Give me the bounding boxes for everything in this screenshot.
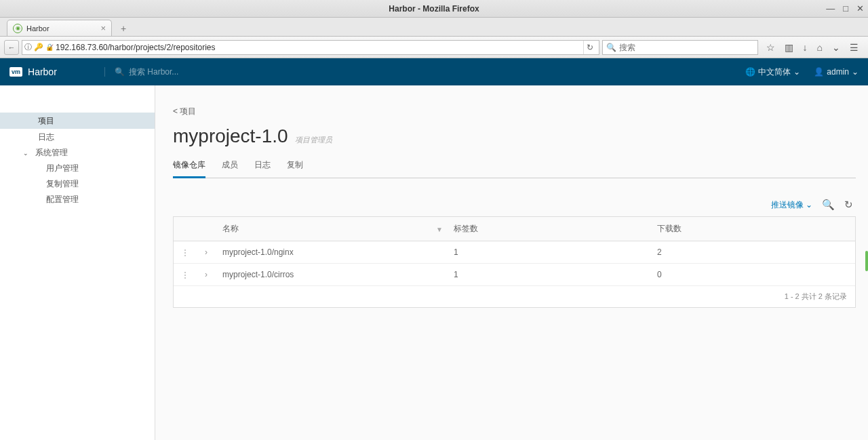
chevron-down-icon: ⌄ [23,150,28,157]
downloads-icon[interactable]: ↓ [803,42,808,53]
browser-search-input[interactable] [619,43,754,52]
permission-icon[interactable]: 🔑 [34,43,43,52]
project-role: 项目管理员 [295,135,332,145]
pocket-icon[interactable]: ⌄ [832,42,840,53]
expand-icon[interactable]: › [195,264,217,285]
sidebar-item-users[interactable]: 用户管理 [0,161,155,176]
sidebar-item-config[interactable]: 配置管理 [0,192,155,207]
table-toolbar: 推送镜像 ⌄ 🔍 ↻ [173,199,856,211]
push-image-button[interactable]: 推送镜像 ⌄ [771,199,812,211]
tab-repositories[interactable]: 镜像仓库 [173,159,205,178]
sidebar-group-admin[interactable]: ⌄ 系统管理 [0,145,155,161]
main-content: < 项目 myproject-1.0 项目管理员 镜像仓库 成员 日志 复制 推… [155,85,868,440]
project-tabs: 镜像仓库 成员 日志 复制 [173,159,856,178]
scrollbar-indicator[interactable] [865,251,868,271]
repo-pulls: 2 [652,241,855,263]
user-icon: 👤 [814,67,824,77]
app-name: Harbor [28,66,57,77]
table-row[interactable]: ⋯ › myproject-1.0/cirros 1 0 [174,264,855,286]
app-header: vm Harbor 🔍 🌐 中文简体 ⌄ 👤 admin ⌄ [0,58,868,85]
sidebar-item-replication[interactable]: 复制管理 [0,176,155,192]
filter-icon[interactable]: ▼ [436,225,443,233]
table-pagination: 1 - 2 共计 2 条记录 [174,286,855,307]
tab-close-icon[interactable]: × [100,23,106,33]
globe-icon: 🌐 [745,67,755,77]
tab-members[interactable]: 成员 [222,159,238,178]
app-logo[interactable]: vm Harbor [9,66,104,77]
home-icon[interactable]: ⌂ [817,42,823,53]
app-search[interactable]: 🔍 [104,67,264,77]
tab-replication[interactable]: 复制 [287,159,303,178]
table-row[interactable]: ⋯ › myproject-1.0/nginx 1 2 [174,241,855,264]
sidebar-item-projects[interactable]: 项目 [0,113,155,129]
window-title: Harbor - Mozilla Firefox [389,4,479,14]
vmware-badge-icon: vm [9,67,22,77]
col-actions [174,217,195,241]
kebab-icon[interactable]: ⋯ [180,249,189,256]
table-header: 名称 ▼ 标签数 下载数 [174,217,855,241]
window-titlebar: Harbor - Mozilla Firefox — □ ✕ [0,0,868,18]
chevron-down-icon: ⌄ [806,200,812,209]
project-title: myproject-1.0 [173,125,288,147]
repositories-table: 名称 ▼ 标签数 下载数 ⋯ › myproject-1.0/nginx 1 2… [173,216,856,308]
search-icon: 🔍 [606,43,616,52]
expand-icon[interactable]: › [195,241,217,263]
tab-title: Harbor [26,24,50,33]
refresh-icon[interactable]: ↻ [844,199,853,211]
security-icon[interactable]: 🔒̸ [45,43,54,51]
new-tab-button[interactable]: + [116,21,131,36]
maximize-button[interactable]: □ [843,3,848,14]
hamburger-menu-icon[interactable]: ☰ [850,42,859,53]
repo-name[interactable]: myproject-1.0/nginx [217,241,448,263]
harbor-favicon-icon: ◉ [13,24,22,33]
col-pulls[interactable]: 下载数 [652,217,855,241]
app-search-input[interactable] [129,67,264,77]
sidebar-item-logs[interactable]: 日志 [0,129,155,145]
col-name[interactable]: 名称 ▼ [217,217,448,241]
browser-tabstrip: ◉ Harbor × + [0,18,868,37]
user-menu[interactable]: 👤 admin ⌄ [814,67,859,77]
bookmark-star-icon[interactable]: ☆ [766,42,775,53]
kebab-icon[interactable]: ⋯ [180,271,189,279]
repo-name[interactable]: myproject-1.0/cirros [217,264,448,285]
chevron-down-icon: ⌄ [852,67,859,77]
repo-tags: 1 [448,241,652,263]
user-label: admin [827,67,849,77]
sidebar: 项目 日志 ⌄ 系统管理 用户管理 复制管理 配置管理 [0,85,155,440]
back-button[interactable]: ← [4,40,19,55]
repo-tags: 1 [448,264,652,285]
repo-pulls: 0 [652,264,855,285]
language-label: 中文简体 [758,66,791,78]
browser-search-box[interactable]: 🔍 [602,40,758,55]
url-input[interactable] [56,41,581,54]
search-icon: 🔍 [115,67,125,77]
browser-tab[interactable]: ◉ Harbor × [7,20,112,36]
url-input-wrap[interactable]: ⓘ 🔑 🔒̸ ↻ [22,40,599,55]
tab-logs[interactable]: 日志 [254,159,271,178]
close-button[interactable]: ✕ [856,3,864,14]
url-bar: ← ⓘ 🔑 🔒̸ ↻ 🔍 ☆ ▥ ↓ ⌂ ⌄ ☰ [0,37,868,58]
col-tags[interactable]: 标签数 [448,217,652,241]
library-icon[interactable]: ▥ [785,42,793,53]
chevron-down-icon: ⌄ [793,67,800,77]
minimize-button[interactable]: — [826,3,835,14]
info-icon[interactable]: ⓘ [24,42,32,52]
language-selector[interactable]: 🌐 中文简体 ⌄ [745,66,800,78]
col-expand [195,217,217,241]
search-icon[interactable]: 🔍 [822,199,835,211]
breadcrumb-back[interactable]: < 项目 [173,106,856,117]
reload-button[interactable]: ↻ [583,41,597,54]
